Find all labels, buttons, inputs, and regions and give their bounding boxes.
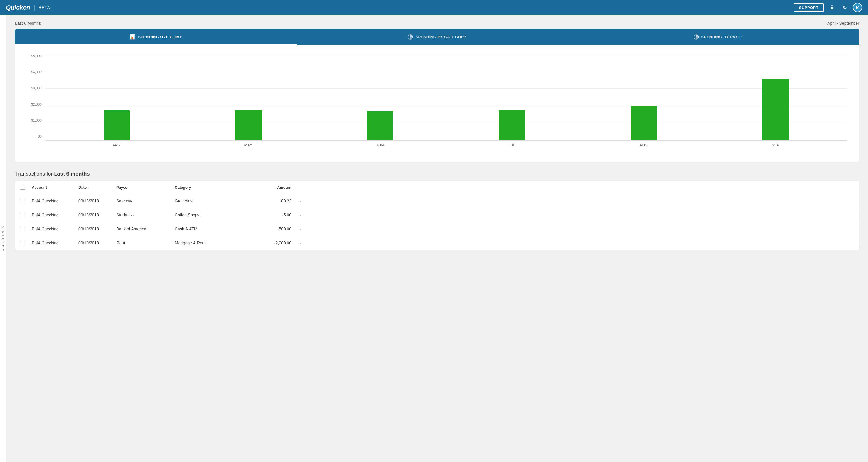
table-header: Account Date ↑ Payee Category Amount xyxy=(16,181,859,194)
row-category: Cash & ATM xyxy=(175,227,256,231)
row-amount: -2,000.00 xyxy=(256,241,291,245)
app-header: Quicken | BETA SUPPORT ⠿ ↻ K xyxy=(0,0,868,15)
pie-chart-icon-2 xyxy=(693,34,699,40)
bar-chart-icon: 📊 xyxy=(130,34,136,40)
row-amount: -80.23 xyxy=(256,198,291,203)
row-expand-button[interactable]: ⌄ xyxy=(291,198,303,204)
transactions-card: Account Date ↑ Payee Category Amount Bof… xyxy=(15,181,859,250)
header-divider: | xyxy=(34,4,35,11)
y-axis: $5,000 $4,000 $3,000 $2,000 $1,000 $0 xyxy=(27,54,44,147)
row-payee: Starbucks xyxy=(116,213,175,217)
table-row: BofA Checking 09/13/2018 Starbucks Coffe… xyxy=(16,208,859,222)
row-amount: -5.00 xyxy=(256,213,291,217)
date-sort-icon: ↑ xyxy=(88,185,90,189)
sidebar-arrow: → xyxy=(1,248,5,251)
bar-may xyxy=(236,110,261,140)
row-expand-button[interactable]: ⌄ xyxy=(291,226,303,232)
row-account: BofA Checking xyxy=(32,227,79,231)
grid-menu-button[interactable]: ⠿ xyxy=(827,3,837,12)
row-checkbox[interactable] xyxy=(20,227,32,231)
bar-chart-area: $5,000 $4,000 $3,000 $2,000 $1,000 $0 xyxy=(16,45,859,162)
period-label: Last 6 Months xyxy=(15,21,41,26)
header-checkbox xyxy=(20,185,32,190)
pie-chart-icon-1 xyxy=(408,34,413,40)
row-date: 09/10/2018 xyxy=(79,227,116,231)
tab-spending-by-category[interactable]: SPENDING BY CATEGORY xyxy=(297,29,578,45)
chart-card: 📊 SPENDING OVER TIME SPENDING BY CATEGOR… xyxy=(15,29,859,162)
row-checkbox[interactable] xyxy=(20,213,32,217)
main-content: Last 6 Months April - September 📊 SPENDI… xyxy=(6,15,868,256)
table-body: BofA Checking 09/13/2018 Safeway Groceri… xyxy=(16,194,859,250)
row-amount: -500.00 xyxy=(256,227,291,231)
header-amount: Amount xyxy=(256,185,291,190)
row-category: Coffee Shops xyxy=(175,213,256,217)
transactions-title: Transactions for Last 6 months xyxy=(15,171,859,177)
tab-label-spending-over-time: SPENDING OVER TIME xyxy=(138,35,182,39)
bar-jun xyxy=(367,111,394,140)
header-date: Date ↑ xyxy=(79,185,116,190)
row-date: 09/13/2018 xyxy=(79,213,116,217)
x-label-jun: JUN xyxy=(367,143,393,147)
row-payee: Safeway xyxy=(116,198,175,203)
row-category: Groceries xyxy=(175,198,256,203)
bars-wrapper xyxy=(45,54,847,140)
bar-group-aug xyxy=(630,105,657,140)
row-account: BofA Checking xyxy=(32,241,79,245)
y-label-0: $0 xyxy=(38,134,42,138)
tab-spending-over-time[interactable]: 📊 SPENDING OVER TIME xyxy=(16,29,297,45)
sidebar-text: ACCOUNTS xyxy=(1,226,5,247)
row-payee: Bank of America xyxy=(116,227,175,231)
transactions-title-prefix: Transactions for xyxy=(15,171,53,177)
x-label-jul: JUL xyxy=(499,143,525,147)
table-row: BofA Checking 09/13/2018 Safeway Groceri… xyxy=(16,194,859,208)
x-label-aug: AUG xyxy=(630,143,657,147)
refresh-button[interactable]: ↻ xyxy=(840,3,849,12)
select-all-checkbox[interactable] xyxy=(20,185,25,190)
period-value: April - September xyxy=(828,21,859,26)
x-label-may: MAY xyxy=(235,143,261,147)
row-account: BofA Checking xyxy=(32,198,79,203)
header-payee: Payee xyxy=(116,185,175,190)
chart-body: APRMAYJUNJULAUGSEP xyxy=(44,54,847,147)
y-label-5000: $5,000 xyxy=(31,54,42,58)
header-account: Account xyxy=(32,185,79,190)
y-label-1000: $1,000 xyxy=(31,118,42,123)
tab-label-spending-by-payee: SPENDING BY PAYEE xyxy=(701,35,743,39)
header-actions: SUPPORT ⠿ ↻ K xyxy=(794,3,862,12)
row-expand-button[interactable]: ⌄ xyxy=(291,212,303,218)
refresh-icon: ↻ xyxy=(843,4,847,11)
row-date: 09/10/2018 xyxy=(79,241,116,245)
bar-group-apr xyxy=(103,110,130,140)
sidebar-label: → ACCOUNTS xyxy=(1,226,5,251)
y-label-4000: $4,000 xyxy=(31,70,42,74)
y-label-3000: $3,000 xyxy=(31,86,42,90)
bar-group-sep xyxy=(763,79,789,140)
x-label-apr: APR xyxy=(103,143,129,147)
row-account: BofA Checking xyxy=(32,213,79,217)
bar-group-may xyxy=(236,110,261,140)
support-button[interactable]: SUPPORT xyxy=(794,3,824,12)
date-range-bar: Last 6 Months April - September xyxy=(15,21,859,26)
table-row: BofA Checking 09/10/2018 Bank of America… xyxy=(16,222,859,236)
row-expand-button[interactable]: ⌄ xyxy=(291,240,303,246)
table-row: BofA Checking 09/10/2018 Rent Mortgage &… xyxy=(16,236,859,250)
row-payee: Rent xyxy=(116,241,175,245)
bar-group-jul xyxy=(499,110,525,140)
transactions-section: Transactions for Last 6 months Account D… xyxy=(15,171,859,250)
avatar[interactable]: K xyxy=(853,3,862,12)
row-category: Mortgage & Rent xyxy=(175,241,256,245)
x-label-sep: SEP xyxy=(763,143,789,147)
sidebar[interactable]: → ACCOUNTS xyxy=(0,15,6,462)
row-date: 09/13/2018 xyxy=(79,198,116,203)
bar-apr xyxy=(103,110,130,140)
tab-spending-by-payee[interactable]: SPENDING BY PAYEE xyxy=(578,29,859,45)
grid-icon: ⠿ xyxy=(830,4,834,11)
beta-label: BETA xyxy=(39,5,51,10)
bar-group-jun xyxy=(367,111,394,140)
bar-jul xyxy=(499,110,525,140)
y-label-2000: $2,000 xyxy=(31,102,42,106)
app-logo: Quicken xyxy=(6,4,30,11)
transactions-title-bold: Last 6 months xyxy=(54,171,90,177)
row-checkbox[interactable] xyxy=(20,198,32,203)
row-checkbox[interactable] xyxy=(20,241,32,245)
